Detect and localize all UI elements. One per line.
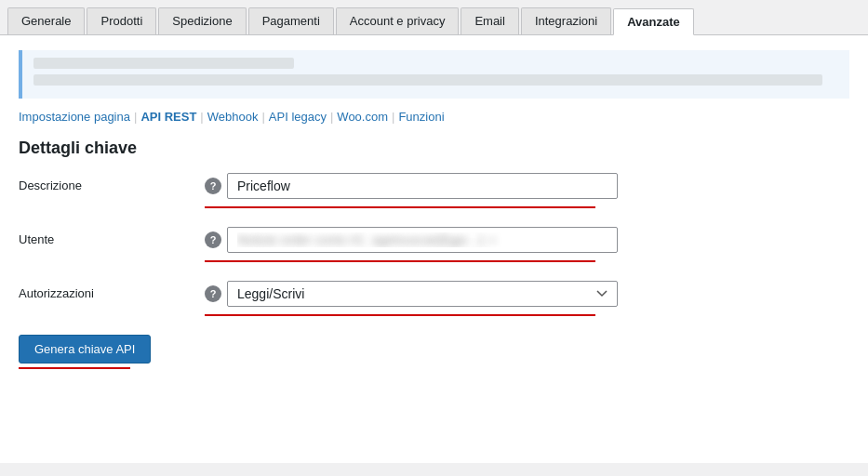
form-row-autorizzazioni: Autorizzazioni ? Leggi Scrivi Leggi/Scri… xyxy=(19,281,849,316)
section-heading: Dettagli chiave xyxy=(19,139,849,158)
control-wrap-descrizione: ? xyxy=(205,173,849,208)
tab-prodotti[interactable]: Prodotti xyxy=(87,7,156,34)
input-utente[interactable] xyxy=(227,227,618,253)
form-control-row-descrizione: ? xyxy=(205,173,849,199)
tab-email[interactable]: Email xyxy=(461,7,519,34)
help-icon-autorizzazioni[interactable]: ? xyxy=(205,285,221,302)
sep-4: | xyxy=(330,110,333,124)
tab-account-privacy[interactable]: Account e privacy xyxy=(336,7,460,34)
sep-3: | xyxy=(261,110,264,124)
input-descrizione[interactable] xyxy=(227,173,618,199)
label-utente: Utente xyxy=(19,227,205,246)
form-row-utente: Utente ? xyxy=(19,227,849,262)
subnav-woo-com[interactable]: Woo.com xyxy=(337,110,388,124)
subnav-funzioni[interactable]: Funzioni xyxy=(398,110,444,124)
subnav-api-legacy[interactable]: API legacy xyxy=(269,110,327,124)
notice-box xyxy=(19,50,849,99)
form-table: Descrizione ? Utente ? xyxy=(19,173,849,316)
subnav-impostazione-pagina[interactable]: Impostazione pagina xyxy=(19,110,130,124)
underline-autorizzazioni xyxy=(205,314,595,316)
form-control-row-autorizzazioni: ? Leggi Scrivi Leggi/Scrivi xyxy=(205,281,849,307)
sub-nav: Impostazione pagina | API REST | Webhook… xyxy=(19,110,849,124)
control-wrap-utente: ? xyxy=(205,227,849,262)
control-wrap-autorizzazioni: ? Leggi Scrivi Leggi/Scrivi xyxy=(205,281,849,316)
genera-chiave-api-button[interactable]: Genera chiave API xyxy=(19,335,151,364)
label-autorizzazioni: Autorizzazioni xyxy=(19,281,205,300)
underline-utente xyxy=(205,260,595,262)
sep-1: | xyxy=(134,110,137,124)
form-control-row-utente: ? xyxy=(205,227,849,253)
sep-5: | xyxy=(392,110,394,124)
label-descrizione: Descrizione xyxy=(19,173,205,192)
subnav-api-rest[interactable]: API REST xyxy=(140,110,196,124)
tab-generale[interactable]: Generale xyxy=(7,7,85,34)
select-autorizzazioni[interactable]: Leggi Scrivi Leggi/Scrivi xyxy=(227,281,618,307)
tabs-bar: Generale Prodotti Spedizione Pagamenti A… xyxy=(0,0,868,35)
tab-avanzate[interactable]: Avanzate xyxy=(613,8,694,35)
tab-pagamenti[interactable]: Pagamenti xyxy=(248,7,334,34)
form-row-descrizione: Descrizione ? xyxy=(19,173,849,208)
underline-button xyxy=(19,367,130,369)
subnav-webhook[interactable]: Webhook xyxy=(207,110,259,124)
sep-2: | xyxy=(200,110,203,124)
page-wrapper: Generale Prodotti Spedizione Pagamenti A… xyxy=(0,0,868,476)
notice-line-1 xyxy=(33,58,294,69)
tab-spedizione[interactable]: Spedizione xyxy=(158,7,246,34)
underline-descrizione xyxy=(205,206,595,208)
help-icon-utente[interactable]: ? xyxy=(205,231,221,248)
tab-integrazioni[interactable]: Integrazioni xyxy=(521,7,611,34)
help-icon-descrizione[interactable]: ? xyxy=(205,178,221,194)
btn-area: Genera chiave API xyxy=(19,335,849,369)
notice-line-2 xyxy=(33,74,822,86)
main-content: Impostazione pagina | API REST | Webhook… xyxy=(0,35,868,463)
